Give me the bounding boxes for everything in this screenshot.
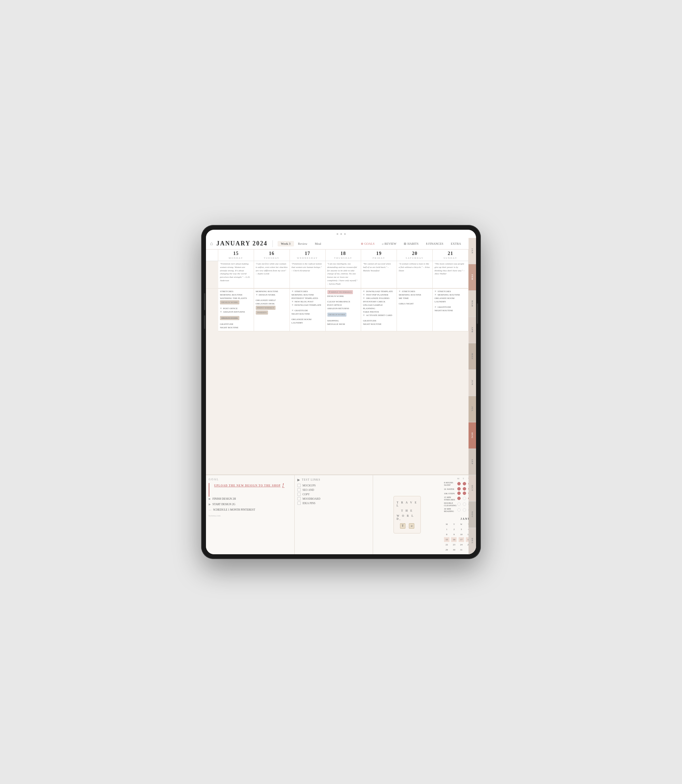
- task-item: MORNING ROUTINE: [256, 290, 288, 293]
- home-icon[interactable]: ⌂: [210, 241, 213, 246]
- task-item: ✕ STRETCHES: [292, 290, 323, 293]
- byinma-credit: byinma.com: [209, 513, 292, 517]
- tab-week3[interactable]: Week 3: [277, 241, 294, 246]
- task-item: NIGHT ROUTINE: [435, 309, 467, 312]
- goals-button[interactable]: ⊕ GOALS: [357, 241, 378, 246]
- task-item: ORGANIZE ROOM: [435, 297, 467, 300]
- checklist-title: ▶ TEST LINKS: [297, 478, 370, 482]
- scrabble-tiles: T . ⌕: [400, 523, 414, 529]
- task-item: ✕ DOWNLOAD TEMPLATE: [292, 304, 323, 307]
- right-panels: M T W T F S S 8 HOURS SLEEP: [441, 475, 468, 554]
- checklist-item-copy: COPY: [297, 493, 370, 496]
- sidebar-item-dec[interactable]: DEC: [468, 528, 476, 554]
- sidebar-item-jun[interactable]: JUN: [468, 370, 476, 396]
- checklist-item-mockups: MOCKUPS: [297, 484, 370, 487]
- task-item: MORNING ROUTINE: [220, 294, 252, 296]
- device-frame: JAN FEB MAR APR MAY JUN JUL AUG SEP OCT …: [201, 225, 481, 559]
- review-button[interactable]: ⌕ REVIEW: [379, 241, 400, 246]
- task-highlight: DESIGN WORK: [220, 316, 239, 320]
- task-item: ✕ AMAZON RETURNS: [220, 310, 252, 313]
- sidebar-item-jul[interactable]: JUL: [468, 396, 476, 422]
- task-highlight: ✕ REPLY TO EMAILS: [327, 290, 353, 294]
- habit-row-cleansing: DOUBLE CLEANSING: [444, 502, 468, 507]
- task-item: ORGANIZE SHELF: [256, 299, 288, 302]
- tab-meal[interactable]: Meal: [311, 241, 325, 246]
- task-item: SHOPPING: [327, 320, 359, 322]
- finances-button[interactable]: $ FINANCES: [422, 241, 447, 246]
- task-item: ✕ DESIGN WORK: [256, 294, 288, 296]
- habit-row-steps: 10K STEPS: [444, 491, 468, 495]
- habit-row-reading: 30 MIN READING: [444, 507, 468, 512]
- mini-cal-title: JANUARY: [444, 517, 468, 520]
- habits-button[interactable]: ⊞ HABITS: [400, 241, 422, 246]
- checklist-item-seo: SEO AND: [297, 488, 370, 491]
- day-headers: 15 MONDAY 16 TUESDAY 17 WEDNESDAY 18: [206, 250, 468, 261]
- task-highlight: DESIGN WORK: [327, 313, 347, 316]
- bottom-section: GOAL UPLOAD THE NEW DESIGN TO THE SHOP !: [206, 474, 468, 554]
- task-item: ✕ ORGANIZE FOLDERS: [363, 297, 395, 300]
- quote-fri: "We cannot all succeed when half of us a…: [361, 261, 397, 288]
- sidebar-item-may[interactable]: MAY: [468, 343, 476, 369]
- tab-review[interactable]: Review: [295, 241, 311, 246]
- row-num-tasks: [206, 289, 218, 331]
- task-item: ✕ GRATITUDE: [435, 306, 467, 309]
- travel-widget: T R A V E L T H E W O R L D, T . ⌕: [373, 475, 441, 554]
- checkbox-seo[interactable]: [297, 488, 301, 491]
- top-nav: ⌂ JANUARY 2024 Week 3 Review Meal ⊕ GOAL…: [206, 238, 468, 250]
- task-item: POST OFFICE: [327, 304, 359, 307]
- goals-label: GOAL: [209, 478, 292, 481]
- goals-panel: GOAL UPLOAD THE NEW DESIGN TO THE SHOP !: [206, 475, 295, 554]
- task-item: INVENTORY CHECK: [363, 300, 395, 303]
- day-header-wed: 17 WEDNESDAY: [290, 250, 326, 261]
- status-dots: [336, 233, 346, 235]
- status-bar: [206, 230, 476, 238]
- nav-divider: [272, 240, 273, 247]
- day-header-sun: 21 SUNDAY: [433, 250, 468, 261]
- sidebar-item-sep[interactable]: SEP: [468, 449, 476, 475]
- goals-sub-start-design: ▶ START DESIGN 2G: [209, 502, 292, 507]
- habit-row-stretches: 15 MIN STRECHES: [444, 496, 468, 501]
- checkbox-mockups[interactable]: [297, 484, 301, 487]
- sidebar-item-oct[interactable]: OCT: [468, 475, 476, 501]
- task-item: LAUNDRY: [435, 300, 467, 303]
- month-title: JANUARY 2024: [216, 240, 267, 247]
- sidebar-item-mar[interactable]: MAR: [468, 291, 476, 317]
- tasks-fri: ✕ DOWNLOAD TEMPLATE ✕ TEST PDF PLANNER ✕…: [361, 289, 397, 331]
- extra-button[interactable]: EXTRA: [448, 241, 464, 246]
- habits-tracker: M T W T F S S 8 HOURS SLEEP: [441, 475, 468, 515]
- task-item: UPLOAD SAMPLE: [363, 304, 395, 307]
- day-header-sat: 20 SATURDAY: [397, 250, 433, 261]
- month-sidebar: JAN FEB MAR APR MAY JUN JUL AUG SEP OCT …: [468, 238, 476, 554]
- checklist-item-idea-pins: IDEA PINS: [297, 501, 370, 505]
- checkbox-copy[interactable]: [297, 493, 301, 496]
- day-header-thu: 18 THURSDAY: [326, 250, 362, 261]
- task-item: GRATITUDE: [363, 320, 395, 322]
- sidebar-item-jan[interactable]: JAN: [468, 238, 476, 264]
- checkbox-moodboard[interactable]: [297, 497, 301, 500]
- quote-sun: "The most common way people give up thei…: [433, 261, 468, 288]
- task-item: AMAZON RETURNS: [327, 307, 359, 310]
- tasks-wed: ✕ STRETCHES MORNING ROUTINE PINTEREST TE…: [290, 289, 326, 331]
- tracker-header: M T W T F S S: [444, 477, 468, 480]
- sidebar-item-nov[interactable]: NOV: [468, 501, 476, 528]
- task-item: ✕ NEW BLOG POST: [292, 300, 323, 303]
- task-item: TAKE PHOTOS: [363, 310, 395, 313]
- task-item: MORNING ROUTINE: [292, 294, 323, 296]
- sidebar-item-apr[interactable]: APR: [468, 317, 476, 343]
- task-item: CLEAN WORKSPACE: [327, 300, 359, 303]
- sidebar-item-feb[interactable]: FEB: [468, 264, 476, 290]
- habit-row-water: 2L WATER: [444, 487, 468, 490]
- task-item: NIGHT ROUTINE: [292, 313, 323, 315]
- goals-sub-finish-design: ▶ FINISH DESIGN 2H: [209, 497, 292, 501]
- task-item: GRATITUDE: [220, 323, 252, 326]
- checkbox-idea-pins[interactable]: [297, 501, 301, 505]
- task-highlight: INSERTS: [256, 310, 268, 315]
- scrabble-card: T R A V E L T H E W O R L D, T . ⌕: [394, 496, 421, 533]
- checklist-item-moodboard: MOODBOARD: [297, 497, 370, 500]
- quote-thu: "I am too intelligent, too demanding and…: [326, 261, 362, 288]
- mini-cal-grid: M T W T F S S 1 2 3 4: [444, 522, 468, 552]
- task-item: ✕ DOWNLOAD TEMPLATE: [363, 290, 395, 293]
- sidebar-item-aug[interactable]: AUG: [468, 422, 476, 448]
- day-header-fri: 19 FRIDAY: [361, 250, 397, 261]
- tasks-thu: ✕ REPLY TO EMAILS DESIGN WORK CLEAN WORK…: [326, 289, 362, 331]
